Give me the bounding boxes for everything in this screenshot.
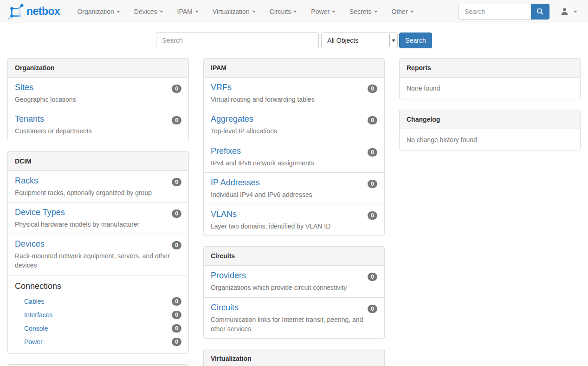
link-vlans[interactable]: VLANs (211, 209, 237, 219)
list-item-providers: 0ProvidersOrganizations which provide ci… (204, 266, 384, 297)
caret-down-icon (116, 11, 120, 13)
link-racks[interactable]: Racks (15, 176, 38, 186)
section-link-row-power: Power0 (15, 335, 181, 349)
panel-virtualization: Virtualization0Clusters (203, 349, 385, 366)
navbar-link-circuits[interactable]: Circuits (263, 0, 304, 23)
navbar-link-organization[interactable]: Organization (70, 0, 127, 23)
link-vrfs[interactable]: VRFs (211, 83, 232, 92)
item-description: Organizations which provide circuit conn… (211, 283, 377, 292)
caret-down-icon (374, 11, 378, 13)
list-item-tenants: 0TenantsCustomers or departments (8, 109, 188, 140)
item-description: IPv4 and IPv6 network assignments (211, 158, 377, 168)
panel-heading-reports: Reports (400, 59, 580, 78)
item-description: Rack-mounted network equipment, servers,… (15, 251, 181, 270)
caret-down-icon (410, 11, 414, 13)
link-aggregates[interactable]: Aggregates (211, 114, 253, 124)
navbar-link-secrets[interactable]: Secrets (342, 0, 384, 23)
list-item-devices: 0DevicesRack-mounted network equipment, … (8, 234, 188, 275)
link-providers[interactable]: Providers (211, 271, 246, 281)
quick-search-button[interactable]: Search (399, 33, 432, 48)
panel-reports: ReportsNone found (399, 58, 581, 99)
navbar-item-devices: Devices (127, 0, 170, 23)
panel-ipam: IPAM0VRFsVirtual routing and forwarding … (203, 58, 385, 236)
quick-search-input[interactable] (156, 33, 319, 48)
count-badge: 0 (172, 338, 181, 346)
caret-down-icon (252, 11, 256, 13)
search-icon (536, 8, 544, 15)
count-badge: 0 (368, 211, 377, 220)
count-badge: 0 (368, 116, 377, 124)
navbar-link-devices[interactable]: Devices (127, 0, 170, 23)
list-item-racks: 0RacksEquipment racks, optionally organi… (8, 171, 188, 202)
link-circuits[interactable]: Circuits (211, 303, 239, 313)
count-badge: 0 (368, 180, 377, 188)
list-item-vrfs: 0VRFsVirtual routing and forwarding tabl… (204, 78, 384, 109)
count-badge: 0 (172, 311, 181, 319)
list-item-device-types: 0Device TypesPhysical hardware models by… (8, 202, 188, 234)
link-prefixes[interactable]: Prefixes (211, 146, 241, 156)
navbar-link-other[interactable]: Other (385, 0, 421, 23)
navbar-right (459, 0, 581, 23)
panel-heading-ipam: IPAM (204, 59, 384, 78)
user-menu[interactable] (557, 0, 581, 23)
link-tenants[interactable]: Tenants (15, 114, 44, 124)
list-item-aggregates: 0AggregatesTop-level IP allocations (204, 109, 384, 140)
link-cables[interactable]: Cables (24, 298, 45, 305)
list-item-prefixes: 0PrefixesIPv4 and IPv6 network assignmen… (204, 141, 384, 172)
section-connections: ConnectionsCables0Interfaces0Console0Pow… (8, 275, 188, 353)
section-link-row-console: Console0 (15, 322, 181, 335)
list-item-ip-addresses: 0IP AddressesIndividual IPv4 and IPv6 ad… (204, 172, 384, 204)
link-device-types[interactable]: Device Types (15, 208, 65, 217)
navbar-item-virtualization: Virtualization (206, 0, 263, 23)
navbar: netbox OrganizationDevicesIPAMVirtualiza… (0, 0, 588, 23)
user-icon (561, 7, 569, 15)
navbar-search-input[interactable] (459, 4, 531, 20)
panel-organization: Organization0SitesGeographic locations0T… (7, 58, 189, 141)
panel-circuits: Circuits0ProvidersOrganizations which pr… (203, 246, 385, 339)
column-right: ReportsNone foundChangelogNo change hist… (399, 58, 581, 366)
panel-changelog: ChangelogNo change history found (399, 110, 581, 151)
count-badge: 0 (172, 297, 181, 306)
item-description: Top-level IP allocations (211, 126, 377, 136)
search-scope-wrap: All Objects (321, 33, 398, 48)
caret-down-icon (195, 11, 199, 13)
item-description: Physical hardware models by manufacturer (15, 220, 181, 229)
panel-heading-circuits: Circuits (204, 247, 384, 266)
brand-name: netbox (26, 5, 60, 18)
item-description: Individual IPv4 and IPv6 addresses (211, 190, 377, 199)
link-interfaces[interactable]: Interfaces (24, 311, 52, 319)
item-description: Geographic locations (15, 95, 181, 104)
main-columns: Organization0SitesGeographic locations0T… (0, 58, 588, 366)
list-item-sites: 0SitesGeographic locations (8, 78, 188, 109)
link-console[interactable]: Console (24, 325, 48, 332)
navbar-item-secrets: Secrets (342, 0, 384, 23)
navbar-item-ipam: IPAM (170, 0, 206, 23)
search-scope-select[interactable]: All Objects (321, 33, 398, 48)
netbox-logo-icon (7, 3, 25, 20)
link-sites[interactable]: Sites (15, 83, 33, 92)
navbar-link-ipam[interactable]: IPAM (170, 0, 206, 23)
link-devices[interactable]: Devices (15, 239, 45, 249)
count-badge: 0 (172, 116, 181, 124)
navbar-link-virtualization[interactable]: Virtualization (206, 0, 263, 23)
count-badge: 0 (172, 85, 181, 93)
list-item-circuits: 0CircuitsCommunication links for Interne… (204, 297, 384, 339)
navbar-item-power: Power (304, 0, 342, 23)
count-badge: 0 (172, 209, 181, 218)
navbar-item-other: Other (385, 0, 421, 23)
navbar-item-circuits: Circuits (263, 0, 304, 23)
navbar-menu: OrganizationDevicesIPAMVirtualizationCir… (70, 0, 420, 23)
navbar-link-power[interactable]: Power (304, 0, 342, 23)
panel-power: Power (7, 364, 189, 366)
link-power[interactable]: Power (24, 338, 43, 346)
item-description: Layer two domains, identified by VLAN ID (211, 222, 377, 231)
netbox-brand[interactable]: netbox (7, 3, 60, 20)
count-badge: 0 (172, 324, 181, 333)
count-badge: 0 (368, 85, 377, 93)
navbar-search-button[interactable] (531, 4, 549, 20)
link-ip-addresses[interactable]: IP Addresses (211, 178, 260, 188)
item-description: Virtual routing and forwarding tables (211, 95, 377, 104)
item-description: Customers or departments (15, 126, 181, 136)
count-badge: 0 (368, 273, 377, 281)
panel-heading-dcim: DCIM (8, 152, 188, 171)
